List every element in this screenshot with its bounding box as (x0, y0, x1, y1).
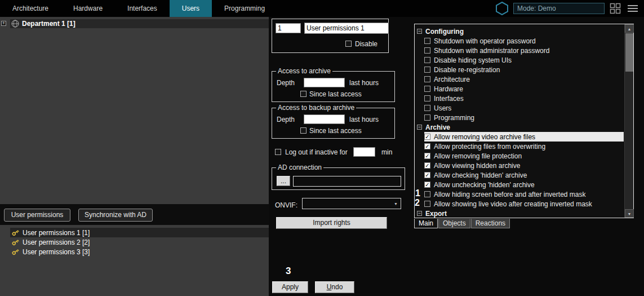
onvif-label: ONVIF: (275, 201, 297, 209)
hamburger-menu-icon[interactable] (626, 5, 638, 12)
rights-item-body[interactable]: ✓Allow removing video archive files (424, 132, 624, 142)
ad-connection-group: AD connection ... (272, 167, 405, 190)
rights-item-body[interactable]: Interfaces (424, 94, 624, 103)
disable-checkbox[interactable] (345, 41, 352, 47)
screens-grid-icon[interactable] (610, 3, 621, 14)
checkbox-allow-viewing-hidden-archive[interactable]: ✓ (424, 162, 430, 169)
rights-item-body[interactable]: Disable hiding system UIs (424, 55, 624, 65)
depth-label: Depth (277, 116, 295, 123)
tab-programming[interactable]: Programming (212, 0, 277, 17)
apply-button[interactable]: Apply (272, 281, 308, 293)
rights-item-programming: Programming (415, 113, 624, 122)
user-permissions-list: User permissions 1 [1]User permissions 2… (0, 225, 269, 296)
rights-item-allow-unchecking-hidden-archive: ✓Allow unchecking 'hidden' archive (415, 180, 624, 189)
checkbox-architecture[interactable] (424, 76, 430, 82)
undo-button[interactable]: Undo (315, 281, 354, 293)
rights-item-label: Users (434, 104, 451, 112)
list-item-label: User permissions 3 [3] (23, 248, 90, 256)
rights-item-body[interactable]: ✓Allow removing file protection (424, 151, 624, 161)
checkbox-allow-showing-live-video-after-creating-inverted-mask[interactable] (424, 201, 430, 207)
rights-item-label: Hardware (434, 85, 463, 93)
rights-item-allow-showing-live-video-after-creating-inverted-mask: Allow showing live video after creating … (415, 199, 624, 209)
scroll-thumb[interactable] (625, 33, 633, 72)
checkbox-allow-unchecking-hidden-archive[interactable]: ✓ (424, 182, 430, 188)
tab-architecture[interactable]: Architecture (0, 0, 61, 17)
topbar-right: Mode: Demo (496, 0, 644, 17)
scroll-down-icon[interactable]: ▼ (625, 209, 634, 218)
rights-item-body[interactable]: Shutdown with operator password (424, 36, 624, 46)
checkbox-disable-hiding-system-uis[interactable] (424, 57, 430, 63)
main-tabs: ArchitectureHardwareInterfacesUsersProgr… (0, 0, 277, 17)
archive-depth-input[interactable] (304, 78, 345, 87)
tab-hardware[interactable]: Hardware (61, 0, 115, 17)
rights-item-body[interactable]: Users (424, 103, 624, 113)
id-input[interactable] (276, 23, 301, 33)
backup-since-last-access-checkbox[interactable] (300, 127, 307, 134)
logout-inactive-checkbox[interactable] (275, 149, 281, 155)
rights-item-body[interactable]: ✓Allow unchecking 'hidden' archive (424, 180, 624, 189)
tab-users[interactable]: Users (170, 0, 212, 17)
rights-item-body[interactable]: Architecture (424, 74, 624, 84)
tab-reactions[interactable]: Reactions (471, 219, 510, 228)
rights-item-label: Shutdown with administrator password (434, 47, 549, 55)
rights-item-body[interactable]: Hardware (424, 84, 624, 94)
rights-item-allow-checking-hidden-archive: ✓Allow checking 'hidden' archive (415, 170, 624, 180)
rights-item-label: Allow protecting files from overwriting (434, 143, 545, 151)
checkbox-allow-removing-file-protection[interactable]: ✓ (424, 153, 430, 159)
checkbox-users[interactable] (424, 105, 430, 111)
rights-item-body[interactable]: Programming (424, 113, 624, 122)
checkbox-allow-checking-hidden-archive[interactable]: ✓ (424, 172, 430, 178)
department-icon (11, 20, 19, 28)
checkbox-allow-removing-video-archive-files[interactable]: ✓ (424, 134, 430, 140)
tab-objects[interactable]: Objects (438, 219, 470, 228)
archive-since-last-access-checkbox[interactable] (300, 91, 307, 97)
user-permissions-button[interactable]: User permissions (4, 209, 70, 222)
synchronize-with-ad-button[interactable]: Synchronize with AD (78, 209, 153, 222)
logout-inactive-label: Log out if inactive for (285, 148, 348, 156)
name-input[interactable] (304, 23, 389, 34)
rights-item-body[interactable]: Allow hiding screen before and after inv… (424, 189, 624, 199)
access-to-archive-title: Access to archive (276, 67, 332, 75)
tree-expand-icon[interactable]: + (1, 21, 6, 26)
import-rights-button[interactable]: Import rights (276, 217, 387, 229)
collapse-icon[interactable]: − (417, 29, 422, 34)
list-item-user-permissions-2-2[interactable]: User permissions 2 [2] (10, 237, 269, 247)
last-hours-label: last hours (349, 79, 379, 87)
rights-item-body[interactable]: Allow showing live video after creating … (424, 199, 624, 209)
scroll-up-icon[interactable]: ▲ (625, 24, 634, 33)
rights-item-body[interactable]: Disable re-registration (424, 65, 624, 74)
department-tree-row[interactable]: + Department 1 [1] (0, 19, 269, 28)
list-item-user-permissions-3-3[interactable]: User permissions 3 [3] (10, 247, 269, 257)
collapse-icon[interactable]: − (417, 125, 422, 130)
checkbox-allow-protecting-files-from-overwriting[interactable]: ✓ (424, 143, 430, 149)
backup-depth-input[interactable] (304, 114, 345, 124)
checkbox-shutdown-with-operator-password[interactable] (424, 38, 430, 44)
checkbox-shutdown-with-administrator-password[interactable] (424, 47, 430, 54)
department-item[interactable]: Department 1 [1] (10, 19, 269, 28)
rights-item-interfaces: Interfaces (415, 94, 624, 103)
ad-connection-input[interactable] (293, 176, 401, 187)
rights-item-body[interactable]: ✓Allow checking 'hidden' archive (424, 170, 624, 180)
rights-tabs: MainObjectsReactions (414, 219, 510, 228)
checkbox-disable-re-registration[interactable] (424, 67, 430, 73)
tab-main[interactable]: Main (414, 219, 438, 228)
browse-button[interactable]: ... (277, 176, 290, 186)
rights-item-body[interactable]: ✓Allow protecting files from overwriting (424, 142, 624, 151)
checkbox-hardware[interactable] (424, 86, 430, 92)
checkbox-programming[interactable] (424, 114, 430, 121)
access-to-archive-group: Access to archive Depth last hours Since… (272, 71, 395, 102)
checkbox-interfaces[interactable] (424, 95, 430, 101)
since-last-access-label: Since last access (309, 127, 362, 135)
collapse-icon[interactable]: − (417, 211, 422, 216)
mode-label: Mode: Demo (517, 5, 556, 12)
logout-minutes-input[interactable] (353, 147, 375, 157)
scrollbar[interactable]: ▲ ▼ (624, 24, 633, 218)
tab-interfaces[interactable]: Interfaces (115, 0, 170, 17)
list-item-user-permissions-1-1[interactable]: User permissions 1 [1] (10, 228, 269, 237)
rights-item-body[interactable]: ✓Allow viewing hidden archive (424, 161, 624, 170)
checkbox-allow-hiding-screen-before-and-after-inverted-mask[interactable] (424, 191, 430, 197)
rights-item-body[interactable]: Shutdown with administrator password (424, 46, 624, 55)
rights-item-label: Architecture (434, 76, 470, 83)
onvif-dropdown[interactable]: ▼ (302, 198, 401, 209)
access-to-backup-archive-group: Access to backup archive Depth last hour… (272, 108, 395, 139)
